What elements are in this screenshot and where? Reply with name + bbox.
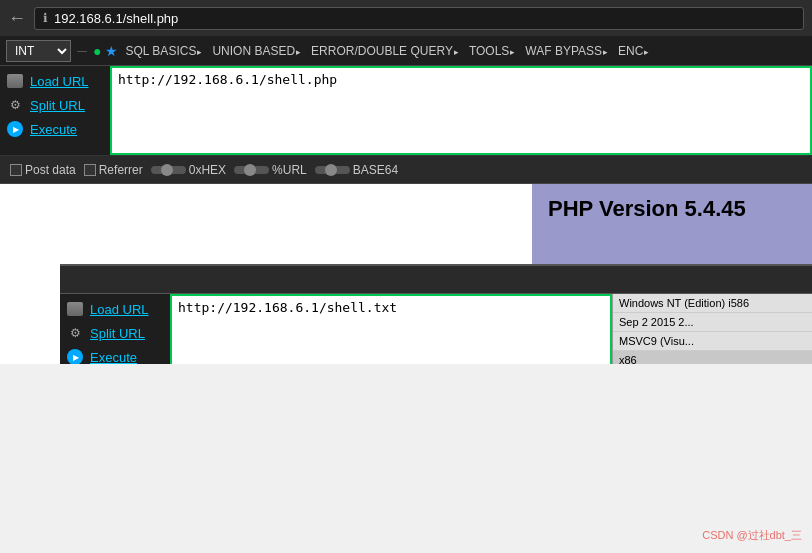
db-icon bbox=[7, 74, 23, 88]
url-input[interactable] bbox=[110, 66, 812, 155]
p2-load-url-icon bbox=[66, 300, 84, 318]
p2-db-icon bbox=[67, 302, 83, 316]
panel2-wrapper: Load URL ⚙ Split URL Execute bbox=[60, 264, 812, 364]
sep1: — bbox=[77, 45, 87, 56]
base64-label: BASE64 bbox=[353, 163, 398, 177]
hackbar-toolbar: INT — ● ★ SQL BASICS UNION BASED ERROR/D… bbox=[0, 36, 812, 66]
options-bar: Post data Referrer 0xHEX %URL BASE64 bbox=[0, 156, 812, 184]
menu-waf-bypass[interactable]: WAF BYPASS bbox=[522, 42, 611, 60]
p2-execute-row: Execute bbox=[66, 346, 164, 364]
referrer-checkbox[interactable] bbox=[84, 164, 96, 176]
star-icon: ★ bbox=[105, 43, 118, 59]
panel1-row: Load URL ⚙ Split URL Execute bbox=[0, 66, 812, 156]
base64-option: BASE64 bbox=[315, 163, 398, 177]
menu-union-based[interactable]: UNION BASED bbox=[209, 42, 304, 60]
split-url-row: ⚙ Split URL bbox=[6, 94, 104, 116]
panel2-actions: Load URL ⚙ Split URL Execute bbox=[60, 294, 170, 364]
panel2-toolbar bbox=[60, 266, 812, 294]
green-dot-icon: ● bbox=[93, 43, 101, 59]
page-content: PHP Version 5.4.45 Load URL ⚙ Split URL bbox=[0, 184, 812, 364]
address-bar: ℹ 192.168.6.1/shell.php bbox=[34, 7, 804, 30]
info-cell-0: Windows NT (Edition) i586 bbox=[613, 294, 812, 313]
split-url-button[interactable]: Split URL bbox=[30, 98, 85, 113]
execute-icon bbox=[6, 120, 24, 138]
split-url-icon: ⚙ bbox=[6, 96, 24, 114]
right-info-panel: Windows NT (Edition) i586 Sep 2 2015 2..… bbox=[612, 294, 812, 364]
hex-option: 0xHEX bbox=[151, 163, 226, 177]
panel1-url-area bbox=[110, 66, 812, 155]
int-dropdown[interactable]: INT bbox=[6, 40, 71, 62]
info-cell-2: MSVC9 (Visu... bbox=[613, 332, 812, 351]
p2-execute-icon bbox=[66, 348, 84, 364]
load-url-icon bbox=[6, 72, 24, 90]
hex-label: 0xHEX bbox=[189, 163, 226, 177]
p2-chain-icon: ⚙ bbox=[70, 326, 81, 340]
menu-error-double-query[interactable]: ERROR/DOUBLE QUERY bbox=[308, 42, 462, 60]
php-version-text: PHP Version 5.4.45 bbox=[548, 196, 746, 221]
referrer-label: Referrer bbox=[99, 163, 143, 177]
browser-chrome: ← ℹ 192.168.6.1/shell.php bbox=[0, 0, 812, 36]
base64-slider[interactable] bbox=[315, 166, 350, 174]
percent-slider[interactable] bbox=[234, 166, 269, 174]
menu-sql-basics[interactable]: SQL BASICS bbox=[122, 42, 205, 60]
p2-split-url-button[interactable]: Split URL bbox=[90, 326, 145, 341]
execute-button[interactable]: Execute bbox=[30, 122, 77, 137]
p2-play-icon bbox=[67, 349, 83, 364]
chain-icon: ⚙ bbox=[10, 98, 21, 112]
p2-load-url-button[interactable]: Load URL bbox=[90, 302, 149, 317]
php-version-box: PHP Version 5.4.45 bbox=[532, 184, 812, 264]
back-button[interactable]: ← bbox=[8, 8, 26, 29]
referrer-option: Referrer bbox=[84, 163, 143, 177]
p2-execute-button[interactable]: Execute bbox=[90, 350, 137, 365]
p2-load-url-row: Load URL bbox=[66, 298, 164, 320]
load-url-button[interactable]: Load URL bbox=[30, 74, 89, 89]
panel1: Load URL ⚙ Split URL Execute Post data bbox=[0, 66, 812, 184]
panel2-url-area bbox=[170, 294, 612, 364]
hex-slider[interactable] bbox=[151, 166, 186, 174]
percent-url-label: %URL bbox=[272, 163, 307, 177]
execute-row: Execute bbox=[6, 118, 104, 140]
p2-split-url-row: ⚙ Split URL bbox=[66, 322, 164, 344]
post-data-checkbox[interactable] bbox=[10, 164, 22, 176]
panel2-row: Load URL ⚙ Split URL Execute bbox=[60, 294, 812, 364]
menu-tools[interactable]: TOOLS bbox=[466, 42, 518, 60]
info-cell-1: Sep 2 2015 2... bbox=[613, 313, 812, 332]
play-icon bbox=[7, 121, 23, 137]
p2-split-url-icon: ⚙ bbox=[66, 324, 84, 342]
info-icon: ℹ bbox=[43, 11, 48, 25]
post-data-option: Post data bbox=[10, 163, 76, 177]
address-text: 192.168.6.1/shell.php bbox=[54, 11, 178, 26]
post-data-label: Post data bbox=[25, 163, 76, 177]
p2-url-input[interactable] bbox=[170, 294, 612, 364]
percent-url-option: %URL bbox=[234, 163, 307, 177]
watermark: CSDN @过社dbt_三 bbox=[702, 528, 802, 543]
panel1-actions: Load URL ⚙ Split URL Execute bbox=[0, 66, 110, 155]
menu-enc[interactable]: ENC bbox=[615, 42, 652, 60]
load-url-row: Load URL bbox=[6, 70, 104, 92]
info-cell-3: x86 bbox=[613, 351, 812, 364]
